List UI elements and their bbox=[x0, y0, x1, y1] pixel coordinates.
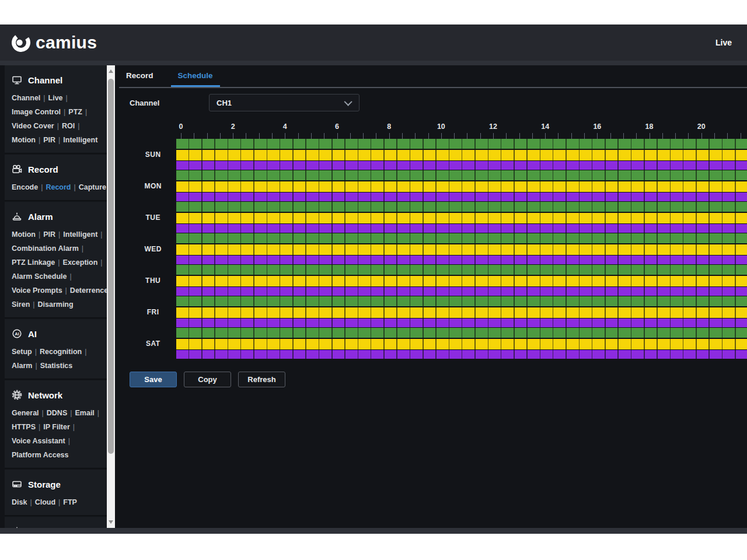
sidebar-item-deterrence[interactable]: Deterrence bbox=[70, 286, 107, 295]
schedule-band-sun-green[interactable] bbox=[176, 139, 747, 149]
sidebar-item-live[interactable]: Live bbox=[48, 94, 63, 102]
sidebar-item-voice-assistant[interactable]: Voice Assistant bbox=[12, 437, 65, 445]
channel-dropdown[interactable]: CH1 bbox=[209, 94, 359, 111]
sidebar-item-voice-prompts[interactable]: Voice Prompts bbox=[12, 286, 62, 295]
scroll-down-arrow-icon[interactable] bbox=[109, 520, 113, 524]
sidebar-link-row: Voice Prompts|Deterrence| bbox=[12, 284, 100, 298]
copy-button[interactable]: Copy bbox=[184, 372, 231, 387]
schedule-band-sun-yellow[interactable] bbox=[176, 150, 747, 160]
sidebar-item-ddns[interactable]: DDNS bbox=[47, 409, 67, 417]
schedule-band-wed-yellow[interactable] bbox=[176, 244, 747, 255]
sidebar-item-siren[interactable]: Siren bbox=[12, 300, 30, 309]
sidebar-item-https[interactable]: HTTPS bbox=[12, 423, 36, 431]
sidebar-section-header: AIAI bbox=[12, 328, 100, 339]
save-button[interactable]: Save bbox=[130, 372, 177, 387]
channel-dropdown-value: CH1 bbox=[217, 99, 232, 107]
sidebar-item-capture[interactable]: Capture bbox=[79, 183, 106, 191]
tab-record[interactable]: Record bbox=[119, 65, 160, 87]
schedule-row-sun: SUN bbox=[130, 139, 747, 170]
separator: | bbox=[58, 136, 60, 144]
separator: | bbox=[35, 348, 37, 356]
logo-text: camius bbox=[36, 34, 97, 51]
schedule-band-thu-green[interactable] bbox=[176, 265, 747, 275]
sidebar-item-ip-filter[interactable]: IP Filter bbox=[43, 423, 70, 431]
sidebar-item-disk[interactable]: Disk bbox=[12, 498, 27, 506]
schedule-band-fri-green[interactable] bbox=[176, 296, 747, 306]
schedule-band-sat-purple[interactable] bbox=[176, 350, 747, 359]
ai-icon: AI bbox=[12, 328, 22, 339]
sidebar-item-setup[interactable]: Setup bbox=[12, 348, 32, 356]
schedule-band-thu-purple[interactable] bbox=[176, 287, 747, 296]
separator: | bbox=[35, 362, 37, 370]
sidebar-item-recognition[interactable]: Recognition bbox=[40, 348, 82, 356]
sidebar-item-alarm-schedule[interactable]: Alarm Schedule bbox=[12, 272, 67, 281]
sidebar-item-encode[interactable]: Encode bbox=[12, 183, 38, 191]
camius-logo-icon bbox=[11, 32, 32, 53]
hours-axis: 02468101214161820 bbox=[181, 122, 747, 133]
sidebar-item-intelligent[interactable]: Intelligent bbox=[63, 230, 97, 239]
sidebar-section-network: NetworkGeneral|DDNS|Email|HTTPS|IP Filte… bbox=[5, 380, 107, 468]
scroll-up-arrow-icon[interactable] bbox=[109, 69, 113, 73]
schedule-band-wed-green[interactable] bbox=[176, 233, 747, 243]
schedule-row-fri: FRI bbox=[130, 296, 747, 327]
separator: | bbox=[100, 258, 102, 267]
schedule-band-sun-purple[interactable] bbox=[176, 161, 747, 170]
sidebar-item-email[interactable]: Email bbox=[75, 409, 94, 417]
sidebar-item-pir[interactable]: PIR bbox=[43, 230, 55, 239]
sidebar-item-ptz[interactable]: PTZ bbox=[68, 108, 82, 116]
sidebar-item-record[interactable]: Record bbox=[46, 183, 71, 191]
schedule-band-fri-purple[interactable] bbox=[176, 318, 747, 327]
sidebar-item-platform-access[interactable]: Platform Access bbox=[12, 451, 69, 459]
sidebar-link-row: Siren|Disarming bbox=[12, 298, 100, 312]
schedule-band-mon-purple[interactable] bbox=[176, 192, 747, 201]
schedule-band-mon-yellow[interactable] bbox=[176, 181, 747, 192]
separator: | bbox=[85, 348, 86, 356]
sidebar-item-motion[interactable]: Motion bbox=[12, 230, 36, 239]
schedule-band-tue-yellow[interactable] bbox=[176, 213, 747, 223]
sidebar-item-roi[interactable]: ROI bbox=[62, 122, 75, 130]
chevron-down-icon bbox=[344, 98, 352, 106]
sidebar-item-general[interactable]: General bbox=[12, 409, 39, 417]
refresh-button[interactable]: Refresh bbox=[238, 372, 285, 387]
sidebar-section-title: Alarm bbox=[28, 212, 53, 222]
sidebar-item-ftp[interactable]: FTP bbox=[63, 498, 77, 506]
sidebar-item-exception[interactable]: Exception bbox=[63, 258, 98, 267]
schedule-band-thu-yellow[interactable] bbox=[176, 276, 747, 286]
sidebar-section-title: AI bbox=[28, 329, 37, 339]
separator: | bbox=[69, 272, 71, 281]
schedule-band-tue-purple[interactable] bbox=[176, 224, 747, 233]
sidebar-section-title: Storage bbox=[28, 480, 61, 489]
schedule-band-wed-purple[interactable] bbox=[176, 256, 747, 264]
sidebar-link-row: General|DDNS|Email| bbox=[12, 406, 100, 420]
sidebar-item-disarming[interactable]: Disarming bbox=[38, 300, 74, 309]
sidebar-item-image-control[interactable]: Image Control bbox=[12, 108, 61, 116]
scrollbar-thumb[interactable] bbox=[108, 79, 114, 454]
sidebar-link-row: Video Cover|ROI| bbox=[12, 119, 100, 133]
sidebar-item-video-cover[interactable]: Video Cover bbox=[12, 122, 54, 130]
sidebar-item-alarm[interactable]: Alarm bbox=[12, 362, 32, 370]
schedule-band-tue-green[interactable] bbox=[176, 202, 747, 212]
system-icon bbox=[12, 526, 22, 528]
sidebar-item-pir[interactable]: PIR bbox=[43, 136, 55, 144]
sidebar-item-cloud[interactable]: Cloud bbox=[35, 498, 55, 506]
sidebar-section-system: System bbox=[5, 517, 107, 528]
sidebar-item-combination-alarm[interactable]: Combination Alarm bbox=[12, 244, 79, 253]
sidebar-scrollbar[interactable] bbox=[107, 65, 115, 528]
sidebar-item-motion[interactable]: Motion bbox=[12, 136, 36, 144]
schedule-band-fri-yellow[interactable] bbox=[176, 307, 747, 318]
schedule-bands-thu bbox=[176, 265, 747, 296]
record-icon bbox=[12, 164, 22, 174]
sidebar-item-intelligent[interactable]: Intelligent bbox=[63, 136, 97, 144]
schedule-band-mon-green[interactable] bbox=[176, 170, 747, 180]
hour-label-12: 12 bbox=[489, 123, 497, 131]
live-link[interactable]: Live bbox=[715, 38, 732, 47]
tab-schedule[interactable]: Schedule bbox=[171, 65, 220, 87]
separator: | bbox=[43, 94, 45, 102]
schedule-band-sat-yellow[interactable] bbox=[176, 339, 747, 349]
sidebar-item-statistics[interactable]: Statistics bbox=[40, 362, 73, 370]
sidebar-item-ptz-linkage[interactable]: PTZ Linkage bbox=[12, 258, 55, 267]
schedule-band-sat-green[interactable] bbox=[176, 328, 747, 338]
day-label-fri: FRI bbox=[130, 296, 176, 327]
header-separator bbox=[0, 61, 747, 65]
sidebar-item-channel[interactable]: Channel bbox=[12, 94, 40, 102]
